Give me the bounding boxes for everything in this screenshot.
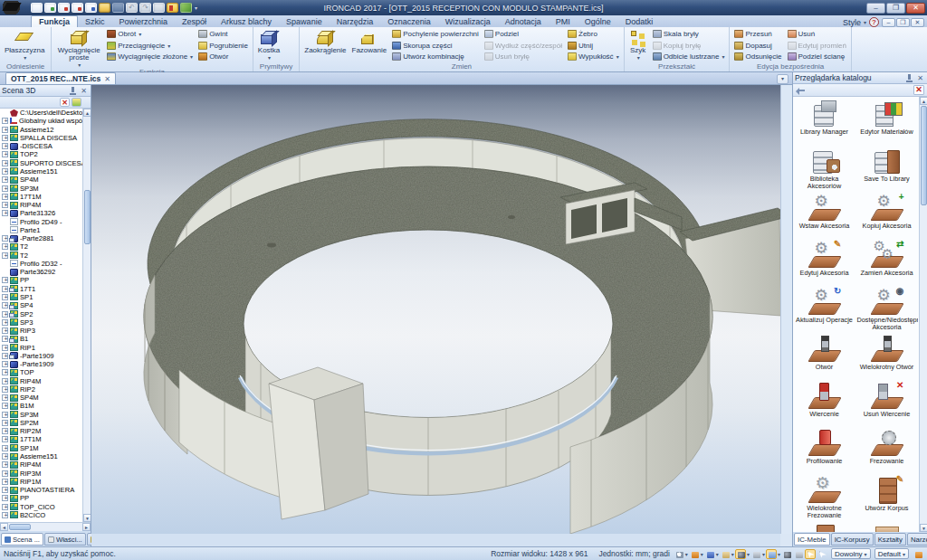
tree-item-assieme151[interactable]: Assieme151: [0, 452, 82, 460]
expand-icon[interactable]: [2, 235, 8, 242]
ribbon-utwórz-kombinację-button[interactable]: Utwórz kombinację: [390, 51, 481, 62]
catalog-item-wielokrotne-frezowanie[interactable]: Wielokrotne Frezowanie: [793, 475, 855, 522]
catalog-item-wiercenie[interactable]: Wiercenie: [793, 381, 855, 428]
help-icon[interactable]: ?: [869, 17, 879, 27]
expand-icon[interactable]: [2, 353, 8, 359]
expand-icon[interactable]: [2, 118, 8, 124]
tree-item-rip2m[interactable]: RIP2M: [0, 427, 82, 435]
panel-tab-właści[interactable]: Właści...: [44, 533, 86, 546]
expand-icon[interactable]: [2, 327, 8, 334]
new-from-template-icon[interactable]: [44, 3, 56, 13]
ribbon-pochylenie-powierzchni-button[interactable]: Pochylenie powierzchni: [390, 28, 481, 40]
expand-icon[interactable]: [2, 168, 8, 175]
tree-item-b2cico[interactable]: B2CICO: [0, 511, 82, 519]
selection-mode-select[interactable]: Dowolny▾: [831, 548, 871, 559]
expand-icon[interactable]: [2, 461, 8, 468]
ribbon-kopiuj-bryłę-button[interactable]: Kopiuj bryłę: [651, 40, 727, 52]
doc-restore-button[interactable]: ❐: [896, 18, 910, 27]
tab-arkusz-blachy[interactable]: Arkusz blachy: [214, 16, 279, 27]
catalog-item-frezowanie[interactable]: Frezowanie: [855, 428, 918, 475]
ribbon-fazowanie-button[interactable]: Fazowanie: [350, 28, 389, 54]
ribbon-pogrubienie-button[interactable]: Pogrubienie: [196, 40, 250, 52]
zoom-tool-icon[interactable]: [674, 549, 684, 559]
expand-icon[interactable]: [2, 369, 8, 375]
ribbon-skala-bryły-button[interactable]: Skala bryły: [651, 28, 727, 40]
tree-item-assieme151[interactable]: Assieme151: [0, 167, 82, 176]
expand-icon[interactable]: [2, 512, 8, 518]
tree-item-pp[interactable]: PP: [0, 276, 82, 284]
catalog-item-edytuj-akcesoria[interactable]: ✎Edytuj Akcesoria: [793, 240, 855, 287]
tab-oznaczenia[interactable]: Oznaczenia: [380, 16, 438, 27]
pin-icon[interactable]: [906, 74, 913, 82]
ribbon-gwint-button[interactable]: Gwint: [196, 28, 250, 40]
viewport-config-icon[interactable]: [766, 549, 777, 559]
catalog-tab-narzędzia[interactable]: Narzędzia: [907, 533, 927, 546]
redo-icon[interactable]: ↷: [139, 3, 151, 13]
tree-item-17t1[interactable]: 17T1: [0, 285, 82, 293]
ribbon-szyk-button[interactable]: Szyk▾: [627, 28, 649, 61]
ribbon-edytuj-promień-button[interactable]: Edytuj promień: [786, 40, 848, 52]
scrollbar-thumb[interactable]: [9, 524, 31, 530]
ribbon-podziel-ścianę-button[interactable]: Podziel ścianę: [786, 51, 848, 62]
catalog-delete-icon[interactable]: ✕: [913, 85, 924, 95]
catalog-item-dostępne-niedostępne-akcesoria[interactable]: ◉Dostępne/Niedostępne Akcesoria: [855, 287, 918, 334]
style-menu[interactable]: Style: [843, 18, 861, 27]
expand-icon[interactable]: [2, 252, 8, 259]
tree-item-sp4[interactable]: SP4: [0, 301, 82, 309]
tab-spawanie[interactable]: Spawanie: [279, 16, 330, 27]
tree-item-sp1[interactable]: SP1: [0, 293, 82, 301]
expand-icon[interactable]: [2, 361, 8, 367]
ribbon-wydłuż-część-zespół-button[interactable]: Wydłuż część/zespół: [483, 40, 564, 52]
tab-dodatki[interactable]: Dodatki: [618, 16, 661, 27]
scene-panel-close-icon[interactable]: ✕: [79, 87, 89, 95]
panel-tab-scena[interactable]: Scena ...: [1, 533, 43, 546]
catalog-item-profilowanie[interactable]: Profilowanie: [793, 428, 855, 475]
ribbon-wyciągnięcie-proste-button[interactable]: Wyciągnięcie proste▾: [54, 28, 103, 68]
catalog-tab-ic-meble[interactable]: IC-Meble: [794, 533, 830, 546]
doc-close-button[interactable]: ✕: [911, 18, 924, 27]
expand-icon[interactable]: [2, 160, 8, 166]
tree-item-t2[interactable]: T2: [0, 242, 82, 251]
catalog-item-wstaw-akcesoria[interactable]: Wstaw Akcesoria: [793, 193, 855, 240]
expand-icon[interactable]: [2, 495, 8, 501]
tab-narzędzia[interactable]: Narzędzia: [330, 16, 381, 27]
translator-icon[interactable]: [167, 3, 178, 13]
close-button[interactable]: ✕: [906, 3, 925, 14]
tab-wizualizacja[interactable]: Wizualizacja: [438, 16, 498, 27]
expand-icon[interactable]: [2, 319, 8, 326]
tree-item-discesa[interactable]: -DISCESA: [0, 142, 82, 150]
scroll-down-icon[interactable]: ▼: [920, 524, 927, 532]
tree-item-parte1[interactable]: Parte1: [0, 226, 82, 234]
tree-item-pianotastiera[interactable]: PIANOTASTIERA: [0, 486, 82, 494]
snap-tool-icon[interactable]: [793, 549, 804, 559]
zoom-tool-icon-dropdown[interactable]: ▾: [685, 551, 688, 557]
tree-item-rip4m[interactable]: RIP4M: [0, 201, 82, 209]
tree-item-b1m[interactable]: B1M: [0, 402, 82, 410]
expand-icon[interactable]: [2, 277, 8, 283]
edit-document-icon[interactable]: [85, 3, 97, 13]
tree-item-17t1m[interactable]: 17T1M: [0, 435, 82, 443]
restore-button[interactable]: ❐: [886, 3, 905, 14]
viewport-config-icon-dropdown[interactable]: ▾: [778, 551, 780, 557]
catalog-item-utwórz-korpus[interactable]: ✎Utwórz Korpus: [855, 475, 918, 522]
tree-horizontal-scrollbar[interactable]: ◄ ►: [0, 522, 91, 531]
tree-item-top[interactable]: TOP: [0, 368, 82, 376]
tree-item-sp1m[interactable]: SP1M: [0, 444, 82, 452]
expand-icon[interactable]: [2, 302, 8, 308]
expand-icon[interactable]: [2, 378, 8, 384]
tree-item-profilo-2d32[interactable]: Profilo 2D32 -: [0, 260, 82, 268]
orbit-camera-icon-dropdown[interactable]: ▾: [701, 551, 703, 557]
catalog-back-icon[interactable]: [796, 86, 806, 94]
pick-cursor-icon[interactable]: [817, 549, 827, 559]
camera-fov-icon-dropdown[interactable]: ▾: [762, 551, 765, 557]
tree-item-top-cico[interactable]: TOP_CICO: [0, 502, 82, 510]
pin-icon[interactable]: [70, 87, 76, 95]
tree-item-17t1m[interactable]: 17T1M: [0, 193, 82, 201]
pan-icon[interactable]: [720, 549, 731, 559]
ribbon-usuń-bryłę-button[interactable]: Usuń bryłę: [483, 51, 564, 62]
scroll-down-icon[interactable]: ▼: [83, 514, 91, 522]
tree-item-rip3[interactable]: RIP3: [0, 327, 82, 335]
tree-item-c-users-dell-desktop-dysk[interactable]: C:\Users\dell\Desktop\Dysk: [0, 109, 82, 117]
tree-item-t2[interactable]: T2: [0, 252, 82, 260]
ribbon-obrót-button[interactable]: Obrót▾: [105, 28, 195, 40]
